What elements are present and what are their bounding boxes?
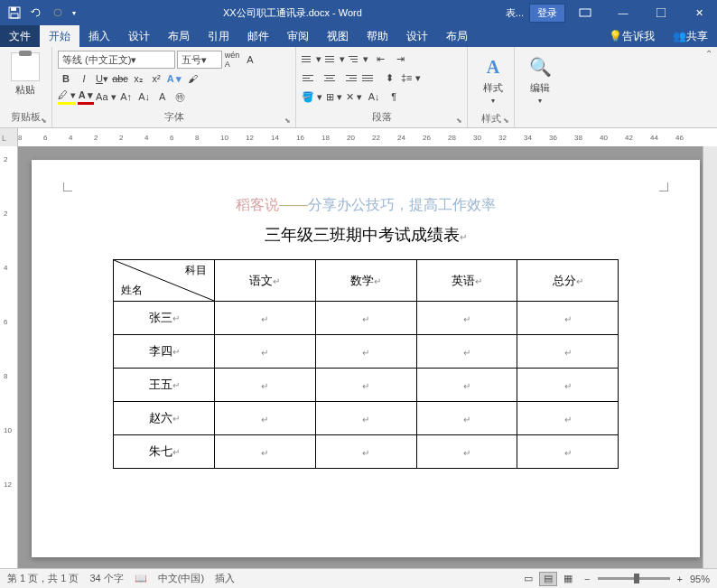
table-cell[interactable]: ↵ <box>517 302 619 335</box>
shading-icon[interactable]: 🪣 ▾ <box>302 89 322 105</box>
table-cell[interactable]: ↵ <box>416 435 517 469</box>
table-cell[interactable]: ↵ <box>315 402 416 435</box>
underline-button[interactable]: U ▾ <box>94 70 110 87</box>
document-canvas[interactable]: 稻客说——分享办公技巧，提高工作效率 三年级三班期中考试成绩表↵ 科目姓名语文↵… <box>18 146 703 571</box>
show-marks-icon[interactable]: ¶ <box>386 89 402 105</box>
inc-indent-icon[interactable]: ⇥ <box>392 51 408 67</box>
sort-icon[interactable]: A↓ <box>366 89 382 105</box>
table-row[interactable]: 李四↵↵↵↵↵ <box>114 335 619 369</box>
qat-dropdown-icon[interactable]: ▾ <box>72 9 76 17</box>
tab-mailings[interactable]: 邮件 <box>238 25 278 47</box>
close-icon[interactable]: ✕ <box>681 0 717 25</box>
table-cell[interactable]: ↵ <box>315 302 416 335</box>
tab-references[interactable]: 引用 <box>199 25 238 47</box>
phonetic-guide-icon[interactable]: wénA <box>224 51 240 68</box>
table-cell[interactable]: ↵ <box>315 369 416 402</box>
tab-insert[interactable]: 插入 <box>79 25 119 47</box>
table-row[interactable]: 赵六↵↵↵↵↵ <box>114 402 619 435</box>
print-layout-icon[interactable]: ▤ <box>539 572 557 586</box>
format-painter-icon[interactable]: 🖌 <box>184 70 200 87</box>
tab-view[interactable]: 视图 <box>318 25 358 47</box>
strike-button[interactable]: abc <box>112 70 128 87</box>
asian-layout-icon[interactable]: ✕ ▾ <box>346 89 362 105</box>
tab-home[interactable]: 开始 <box>40 25 79 47</box>
table-cell[interactable]: ↵ <box>416 402 517 435</box>
table-cell[interactable]: ↵ <box>416 369 517 402</box>
table-header-cell[interactable]: 语文↵ <box>215 260 316 302</box>
tab-layout[interactable]: 布局 <box>159 25 199 47</box>
clear-format-icon[interactable]: A <box>154 89 171 105</box>
font-launcher-icon[interactable]: ⬊ <box>284 117 293 126</box>
table-cell[interactable]: ↵ <box>416 302 517 335</box>
login-button[interactable]: 登录 <box>529 4 565 23</box>
align-center-icon[interactable] <box>321 70 338 86</box>
grow-font-icon[interactable]: A↑ <box>118 89 135 105</box>
table-row[interactable]: 张三↵↵↵↵↵ <box>114 302 619 335</box>
read-mode-icon[interactable]: ▭ <box>519 572 537 586</box>
bold-button[interactable]: B <box>58 70 74 87</box>
styles-launcher-icon[interactable]: ⬊ <box>503 117 512 126</box>
highlight-color-icon[interactable]: 🖊 ▾ <box>58 89 76 105</box>
tab-design[interactable]: 设计 <box>119 25 159 47</box>
subscript-button[interactable]: x₂ <box>130 70 146 87</box>
borders-icon[interactable]: ⊞ ▾ <box>326 89 342 105</box>
char-border-icon[interactable]: A <box>242 51 258 68</box>
table-cell[interactable]: ↵ <box>215 302 316 335</box>
collapse-ribbon-icon[interactable]: ⌃ <box>705 49 712 59</box>
font-size-select[interactable]: 五号 ▾ <box>177 51 222 69</box>
redo-icon[interactable] <box>51 5 65 20</box>
table-cell[interactable]: ↵ <box>315 435 416 469</box>
paste-button[interactable]: 粘贴 <box>5 51 45 98</box>
zoom-level[interactable]: 95% <box>690 574 710 584</box>
table-name-cell[interactable]: 李四↵ <box>114 335 215 369</box>
editing-button[interactable]: 🔍编辑▾ <box>520 51 560 108</box>
paragraph-launcher-icon[interactable]: ⬊ <box>456 117 465 126</box>
shrink-font-icon[interactable]: A↓ <box>136 89 153 105</box>
page-count[interactable]: 第 1 页，共 1 页 <box>7 572 79 585</box>
table-header-diagonal[interactable]: 科目姓名 <box>114 260 215 302</box>
font-color-icon[interactable]: A ▾ <box>78 89 94 105</box>
superscript-button[interactable]: x² <box>148 70 164 87</box>
tab-help[interactable]: 帮助 <box>358 25 397 47</box>
table-cell[interactable]: ↵ <box>215 402 316 435</box>
bullets-icon[interactable]: ▾ <box>302 51 321 67</box>
web-layout-icon[interactable]: ▦ <box>559 572 577 586</box>
table-header-cell[interactable]: 总分↵ <box>517 260 619 302</box>
numbering-icon[interactable]: ▾ <box>325 51 345 67</box>
language[interactable]: 中文(中国) <box>158 572 204 585</box>
insert-mode[interactable]: 插入 <box>215 572 235 585</box>
table-cell[interactable]: ↵ <box>215 435 316 469</box>
tab-table-design[interactable]: 设计 <box>397 25 437 47</box>
tab-review[interactable]: 审阅 <box>278 25 318 47</box>
text-effects-icon[interactable]: A ▾ <box>166 70 182 87</box>
horizontal-ruler[interactable]: 8642246810121416182022242628303234363840… <box>18 128 717 146</box>
table-name-cell[interactable]: 张三↵ <box>114 302 215 335</box>
spell-check-icon[interactable]: 📖 <box>135 573 147 584</box>
dec-indent-icon[interactable]: ⇤ <box>372 51 388 67</box>
tab-table-layout[interactable]: 布局 <box>437 25 477 47</box>
save-icon[interactable] <box>7 5 22 20</box>
table-name-cell[interactable]: 赵六↵ <box>114 402 215 435</box>
change-case-icon[interactable]: Aa ▾ <box>96 89 116 105</box>
grades-table[interactable]: 科目姓名语文↵数学↵英语↵总分↵张三↵↵↵↵↵李四↵↵↵↵↵王五↵↵↵↵↵赵六↵… <box>113 259 619 469</box>
table-name-cell[interactable]: 王五↵ <box>114 369 215 402</box>
table-cell[interactable]: ↵ <box>517 435 619 469</box>
enclose-char-icon[interactable]: ㊕ <box>172 89 189 105</box>
ribbon-options-icon[interactable] <box>567 0 603 25</box>
font-name-select[interactable]: 等线 (中文正文) ▾ <box>58 51 175 69</box>
table-header-cell[interactable]: 数学↵ <box>315 260 416 302</box>
share-button[interactable]: 👥 共享 <box>664 25 717 47</box>
zoom-out-icon[interactable]: − <box>584 574 590 584</box>
undo-icon[interactable] <box>29 5 43 20</box>
vertical-scrollbar[interactable] <box>703 146 717 571</box>
line-spacing-icon[interactable]: ‡≡ ▾ <box>401 70 421 86</box>
table-cell[interactable]: ↵ <box>517 369 619 402</box>
word-count[interactable]: 34 个字 <box>89 572 123 585</box>
header-text[interactable]: 稻客说——分享办公技巧，提高工作效率 <box>77 196 655 215</box>
table-name-cell[interactable]: 朱七↵ <box>114 435 215 469</box>
multilevel-icon[interactable]: ▾ <box>349 51 368 67</box>
maximize-icon[interactable] <box>643 0 679 25</box>
table-header-cell[interactable]: 英语↵ <box>416 260 517 302</box>
italic-button[interactable]: I <box>76 70 92 87</box>
align-left-icon[interactable] <box>302 70 318 86</box>
